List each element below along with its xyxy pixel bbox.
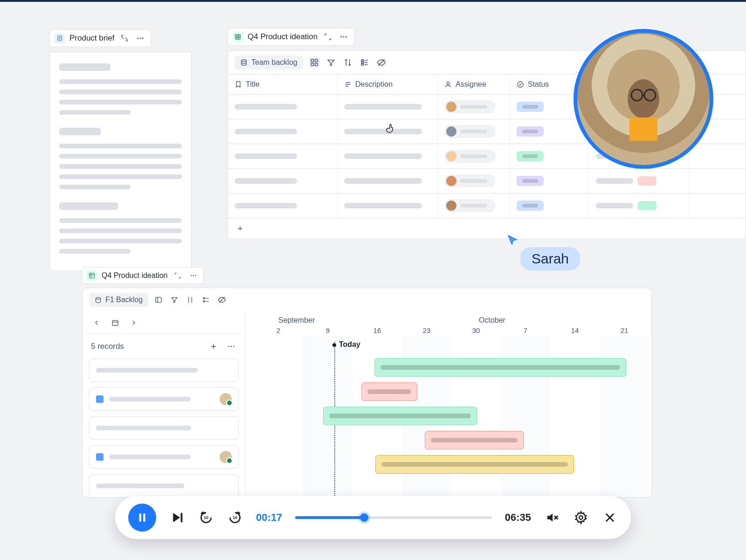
group-icon[interactable] (359, 57, 370, 68)
month-label: October (479, 316, 505, 325)
timeline-bar[interactable] (374, 358, 626, 377)
assignee-chip[interactable] (444, 174, 496, 187)
table-title: Q4 Product ideation (248, 32, 318, 41)
product-brief-tab[interactable]: Product brief (49, 29, 151, 47)
grid-database-icon (233, 32, 243, 42)
document-body-skeleton (49, 52, 192, 271)
status-badge[interactable] (517, 102, 544, 112)
svg-rect-64 (181, 513, 183, 522)
svg-rect-16 (311, 59, 313, 62)
column-header-assignee[interactable]: Assignee (438, 75, 510, 94)
assignee-chip[interactable] (444, 125, 496, 138)
svg-point-46 (195, 275, 196, 276)
calendar-icon[interactable] (110, 317, 121, 328)
status-badge[interactable] (517, 151, 544, 161)
more-icon[interactable] (226, 341, 237, 352)
svg-point-60 (231, 346, 232, 347)
day-label: 23 (423, 326, 431, 334)
grid-database-icon (87, 270, 97, 281)
hide-icon[interactable] (216, 294, 228, 305)
presence-avatar (573, 29, 713, 169)
filter-icon[interactable] (325, 57, 337, 68)
seek-slider[interactable] (295, 516, 491, 519)
timeline-body: F1 Backlog 5 records (82, 288, 652, 498)
more-icon[interactable] (338, 31, 349, 42)
prev-period-icon[interactable] (91, 317, 102, 328)
next-button[interactable] (169, 510, 185, 525)
svg-point-47 (96, 297, 101, 299)
expand-icon[interactable] (322, 31, 333, 42)
timeline-bar[interactable] (361, 382, 417, 401)
record-item (89, 359, 239, 382)
more-icon[interactable] (188, 270, 199, 281)
column-header-title[interactable]: Title (228, 75, 338, 94)
assignee-chip[interactable] (444, 150, 496, 163)
svg-point-15 (242, 60, 247, 62)
close-button[interactable] (602, 510, 618, 525)
next-period-icon[interactable] (128, 317, 139, 328)
svg-point-4 (138, 38, 139, 39)
seek-back-button[interactable]: 10 (198, 510, 214, 525)
day-label: 30 (472, 326, 480, 334)
add-row-button[interactable] (228, 218, 746, 239)
expand-icon[interactable] (172, 270, 183, 281)
timeline-card: Q4 Product ideation F1 Backlog (82, 267, 652, 498)
record-item[interactable] (89, 474, 239, 498)
record-item[interactable] (89, 387, 239, 411)
document-icon (55, 33, 65, 43)
timeline-toolbar: F1 Backlog (83, 288, 651, 311)
status-badge[interactable] (517, 126, 544, 137)
product-brief-card: Product brief (49, 29, 192, 271)
timeline-bar[interactable] (323, 407, 477, 425)
timeline-bar[interactable] (425, 431, 524, 449)
group-icon[interactable] (200, 294, 212, 305)
day-label: 21 (621, 326, 629, 334)
record-item[interactable] (89, 416, 239, 440)
table-row[interactable] (228, 193, 746, 218)
svg-rect-17 (315, 59, 317, 62)
avatar (446, 151, 456, 161)
table-row[interactable] (228, 168, 746, 193)
svg-point-31 (518, 82, 523, 87)
avatar (446, 126, 456, 137)
record-item[interactable] (89, 445, 239, 469)
avatar (446, 176, 456, 186)
status-badge[interactable] (517, 200, 544, 211)
table-tab[interactable]: Q4 Product ideation (228, 28, 354, 46)
svg-point-5 (140, 38, 141, 39)
timeline-tab[interactable]: Q4 Product ideation (82, 267, 204, 284)
sort-icon[interactable] (342, 57, 353, 68)
pointer-cursor-icon (386, 123, 395, 133)
mute-button[interactable] (544, 510, 560, 525)
status-badge[interactable] (517, 176, 544, 186)
layout-icon[interactable] (153, 294, 164, 305)
svg-rect-22 (361, 64, 364, 65)
settings-button[interactable] (573, 510, 589, 525)
svg-point-14 (345, 36, 347, 38)
assignee-chip[interactable] (444, 199, 496, 212)
svg-rect-63 (143, 513, 145, 521)
avatar (220, 393, 232, 405)
expand-icon[interactable] (119, 33, 130, 44)
filter-icon[interactable] (169, 294, 180, 305)
svg-rect-20 (361, 60, 364, 61)
pause-button[interactable] (128, 504, 156, 532)
column-header-description[interactable]: Description (338, 75, 438, 94)
seek-forward-button[interactable]: 10 (227, 510, 243, 525)
view-selector[interactable]: F1 Backlog (89, 293, 148, 307)
day-label: 2 (276, 326, 280, 334)
sort-icon[interactable] (185, 294, 196, 305)
svg-rect-48 (156, 297, 161, 303)
task-type-icon (96, 453, 104, 461)
avatar (220, 451, 232, 463)
layout-grid-icon[interactable] (309, 57, 320, 68)
add-record-icon[interactable] (208, 341, 219, 352)
timeline-chart[interactable]: SeptemberOctober 2916233071421 Today (246, 311, 651, 498)
assignee-chip[interactable] (444, 100, 496, 113)
timeline-bar[interactable] (375, 455, 574, 474)
hide-icon[interactable] (376, 57, 387, 68)
view-selector[interactable]: Team backlog (235, 55, 303, 69)
more-icon[interactable] (135, 33, 146, 44)
svg-rect-7 (235, 35, 241, 40)
timeline-title: Q4 Product ideation (102, 271, 167, 280)
